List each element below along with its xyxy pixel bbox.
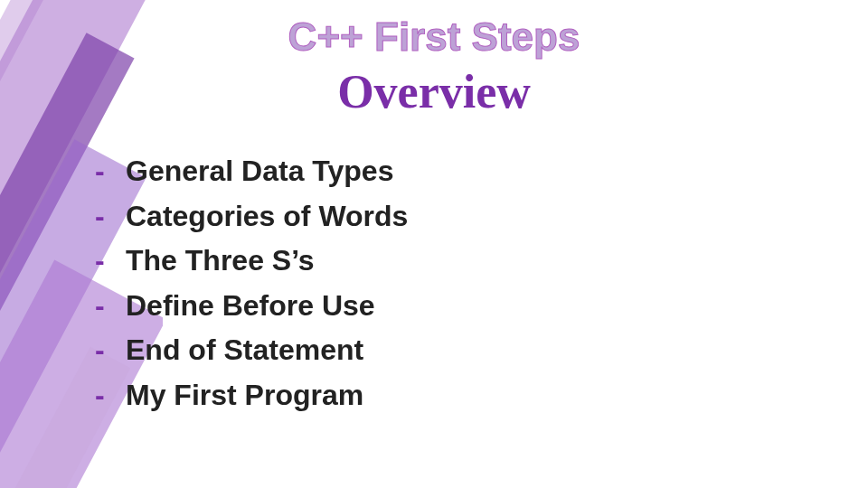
list-item-label: My First Program [126,373,363,418]
hyphen-icon: - [95,373,126,418]
hyphen-icon: - [95,328,126,373]
list-item-label: The Three S’s [126,239,315,284]
list-item-label: End of Statement [126,328,363,373]
list-item: - The Three S’s [95,239,408,284]
list-item: - General Data Types [95,149,408,194]
list-item: - My First Program [95,373,408,418]
slide-subtitle: Overview [0,65,868,118]
list-item-label: Define Before Use [126,284,375,329]
hyphen-icon: - [95,194,126,239]
list-item: - End of Statement [95,328,408,373]
hyphen-icon: - [95,284,126,329]
hyphen-icon: - [95,149,126,194]
hyphen-icon: - [95,239,126,284]
list-item-label: General Data Types [126,149,393,194]
list-item-label: Categories of Words [126,194,408,239]
bullet-list: - General Data Types - Categories of Wor… [95,149,408,418]
list-item: - Categories of Words [95,194,408,239]
slide-title: C++ First Steps [0,14,868,60]
list-item: - Define Before Use [95,284,408,329]
